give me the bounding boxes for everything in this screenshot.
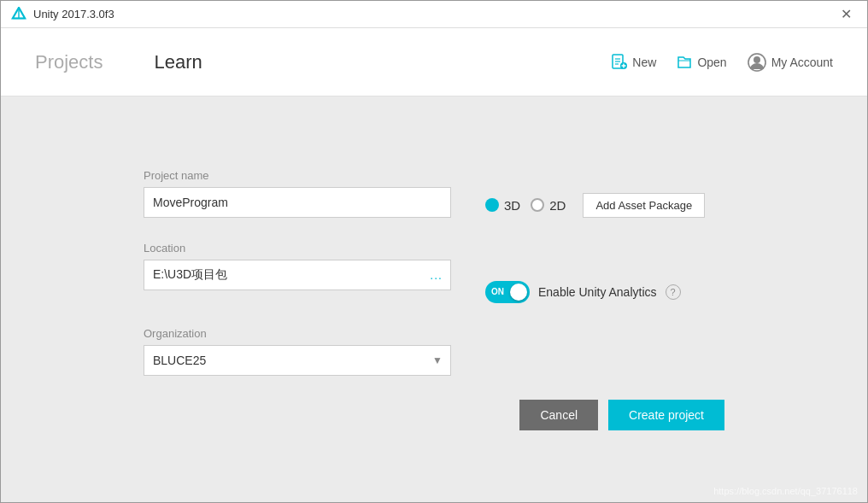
3d-radio-dot: [485, 198, 499, 212]
project-name-label: Project name: [144, 169, 451, 182]
2d-radio-dot: [531, 198, 544, 212]
analytics-section: ON Enable Unity Analytics ?: [485, 242, 724, 303]
analytics-label: Enable Unity Analytics: [538, 285, 657, 299]
open-button[interactable]: Open: [677, 54, 726, 71]
help-icon[interactable]: ?: [666, 284, 681, 300]
analytics-row: ON Enable Unity Analytics ?: [485, 266, 724, 303]
window-title: Unity 2017.3.0f3: [33, 8, 114, 20]
toggle-on-text: ON: [491, 287, 504, 296]
location-browse-button[interactable]: ...: [430, 268, 443, 282]
close-button[interactable]: ✕: [836, 6, 857, 23]
organization-section: Organization BLUCE25 ▼: [144, 327, 451, 376]
unity-logo-icon: [11, 7, 26, 22]
location-label: Location: [144, 242, 451, 254]
location-input-wrapper: ...: [144, 260, 451, 290]
location-input[interactable]: [144, 260, 451, 290]
organization-select-wrapper: BLUCE25 ▼: [144, 345, 451, 376]
account-icon: [748, 53, 766, 72]
new-doc-icon: [612, 54, 627, 71]
nav-learn[interactable]: Learn: [154, 51, 202, 73]
dimension-section: 3D 2D Add Asset Package: [485, 169, 724, 218]
open-doc-icon: [677, 54, 692, 71]
cancel-button[interactable]: Cancel: [519, 400, 598, 430]
project-name-row: Project name 3D 2D Add Asset Package: [144, 169, 724, 218]
new-project-form: Project name 3D 2D Add Asset Package: [144, 169, 724, 430]
nav-links: Projects Learn: [35, 51, 202, 73]
nav-projects[interactable]: Projects: [35, 51, 103, 73]
my-account-label: My Account: [771, 56, 833, 69]
project-name-input[interactable]: [144, 187, 451, 218]
location-section: Location ...: [144, 242, 451, 290]
nav-actions: New Open My: [612, 53, 833, 72]
3d-label: 3D: [504, 198, 520, 213]
add-asset-button[interactable]: Add Asset Package: [583, 193, 705, 218]
organization-label: Organization: [144, 327, 451, 340]
analytics-toggle[interactable]: ON: [485, 281, 530, 303]
new-button[interactable]: New: [612, 54, 656, 71]
title-bar: Unity 2017.3.0f3 ✕: [1, 1, 867, 28]
new-label: New: [632, 56, 656, 69]
project-name-section: Project name: [144, 169, 451, 218]
2d-radio[interactable]: 2D: [531, 198, 566, 213]
app-window: Unity 2017.3.0f3 ✕ Projects Learn: [0, 0, 868, 503]
location-row: Location ... ON Enable Unity Analytics ?: [144, 242, 724, 303]
toggle-knob: [510, 284, 527, 301]
my-account-button[interactable]: My Account: [748, 53, 833, 72]
title-bar-left: Unity 2017.3.0f3: [11, 7, 114, 22]
svg-point-11: [754, 56, 760, 63]
3d-radio[interactable]: 3D: [485, 198, 520, 213]
form-buttons: Cancel Create project: [144, 400, 724, 430]
nav-bar: Projects Learn New: [1, 28, 867, 97]
organization-select[interactable]: BLUCE25: [144, 345, 451, 376]
organization-right-spacer: [485, 327, 724, 351]
open-label: Open: [697, 56, 726, 69]
main-content: Project name 3D 2D Add Asset Package: [1, 97, 867, 502]
dimension-row: 3D 2D Add Asset Package: [485, 193, 724, 218]
2d-label: 2D: [549, 198, 566, 213]
organization-row: Organization BLUCE25 ▼: [144, 327, 724, 376]
create-project-button[interactable]: Create project: [608, 400, 724, 430]
